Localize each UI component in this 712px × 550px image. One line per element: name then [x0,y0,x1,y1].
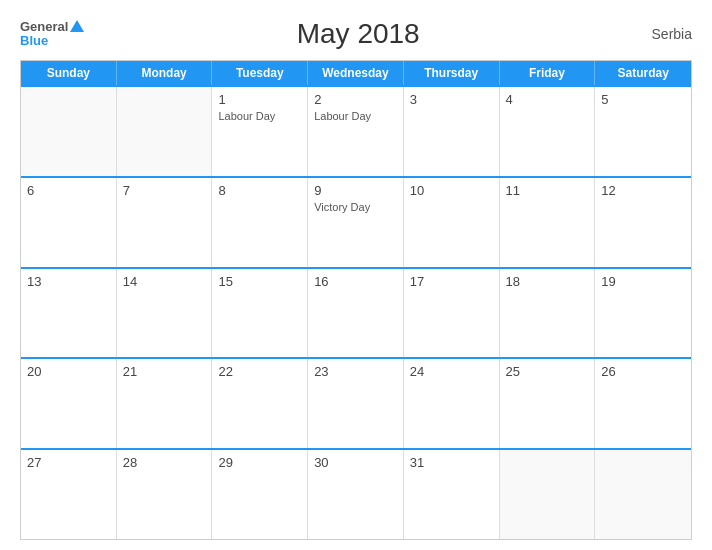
page: General Blue May 2018 Serbia Sunday Mond… [0,0,712,550]
table-row: 24 [404,359,500,448]
table-row [500,450,596,539]
col-monday: Monday [117,61,213,85]
col-sunday: Sunday [21,61,117,85]
day-number: 30 [314,455,397,470]
day-number: 28 [123,455,206,470]
day-number: 21 [123,364,206,379]
month-title: May 2018 [84,18,632,50]
table-row [21,87,117,176]
calendar-body: 1Labour Day2Labour Day3456789Victory Day… [21,85,691,539]
day-event: Labour Day [218,109,301,123]
table-row: 7 [117,178,213,267]
table-row: 31 [404,450,500,539]
week-5: 2728293031 [21,448,691,539]
day-number: 5 [601,92,685,107]
table-row: 12 [595,178,691,267]
table-row: 29 [212,450,308,539]
col-tuesday: Tuesday [212,61,308,85]
day-number: 11 [506,183,589,198]
day-number: 20 [27,364,110,379]
table-row: 11 [500,178,596,267]
table-row: 2Labour Day [308,87,404,176]
day-number: 13 [27,274,110,289]
day-number: 2 [314,92,397,107]
day-number: 6 [27,183,110,198]
day-number: 12 [601,183,685,198]
day-number: 8 [218,183,301,198]
table-row: 30 [308,450,404,539]
table-row: 15 [212,269,308,358]
table-row: 18 [500,269,596,358]
day-number: 4 [506,92,589,107]
country-label: Serbia [632,26,692,42]
logo-general-text: General [20,20,68,33]
header: General Blue May 2018 Serbia [20,18,692,50]
day-number: 29 [218,455,301,470]
col-saturday: Saturday [595,61,691,85]
day-number: 27 [27,455,110,470]
table-row: 28 [117,450,213,539]
logo: General Blue [20,20,84,48]
day-number: 25 [506,364,589,379]
table-row: 14 [117,269,213,358]
day-number: 22 [218,364,301,379]
table-row: 6 [21,178,117,267]
calendar-header: Sunday Monday Tuesday Wednesday Thursday… [21,61,691,85]
day-number: 15 [218,274,301,289]
day-number: 24 [410,364,493,379]
day-number: 7 [123,183,206,198]
week-1: 1Labour Day2Labour Day345 [21,85,691,176]
table-row: 9Victory Day [308,178,404,267]
col-wednesday: Wednesday [308,61,404,85]
logo-blue-text: Blue [20,33,48,48]
table-row: 10 [404,178,500,267]
day-number: 26 [601,364,685,379]
week-4: 20212223242526 [21,357,691,448]
day-number: 23 [314,364,397,379]
day-number: 1 [218,92,301,107]
day-number: 19 [601,274,685,289]
day-number: 9 [314,183,397,198]
calendar: Sunday Monday Tuesday Wednesday Thursday… [20,60,692,540]
day-number: 10 [410,183,493,198]
table-row [117,87,213,176]
day-event: Labour Day [314,109,397,123]
table-row: 26 [595,359,691,448]
logo-triangle-icon [70,20,84,32]
day-number: 14 [123,274,206,289]
table-row: 16 [308,269,404,358]
table-row: 4 [500,87,596,176]
table-row: 3 [404,87,500,176]
day-number: 31 [410,455,493,470]
day-event: Victory Day [314,200,397,214]
table-row: 25 [500,359,596,448]
table-row: 22 [212,359,308,448]
day-number: 3 [410,92,493,107]
week-2: 6789Victory Day101112 [21,176,691,267]
table-row: 27 [21,450,117,539]
table-row: 13 [21,269,117,358]
table-row: 17 [404,269,500,358]
week-3: 13141516171819 [21,267,691,358]
table-row: 8 [212,178,308,267]
table-row: 21 [117,359,213,448]
table-row: 19 [595,269,691,358]
table-row: 1Labour Day [212,87,308,176]
table-row: 5 [595,87,691,176]
table-row: 20 [21,359,117,448]
col-friday: Friday [500,61,596,85]
table-row: 23 [308,359,404,448]
day-number: 16 [314,274,397,289]
day-number: 17 [410,274,493,289]
table-row [595,450,691,539]
col-thursday: Thursday [404,61,500,85]
day-number: 18 [506,274,589,289]
